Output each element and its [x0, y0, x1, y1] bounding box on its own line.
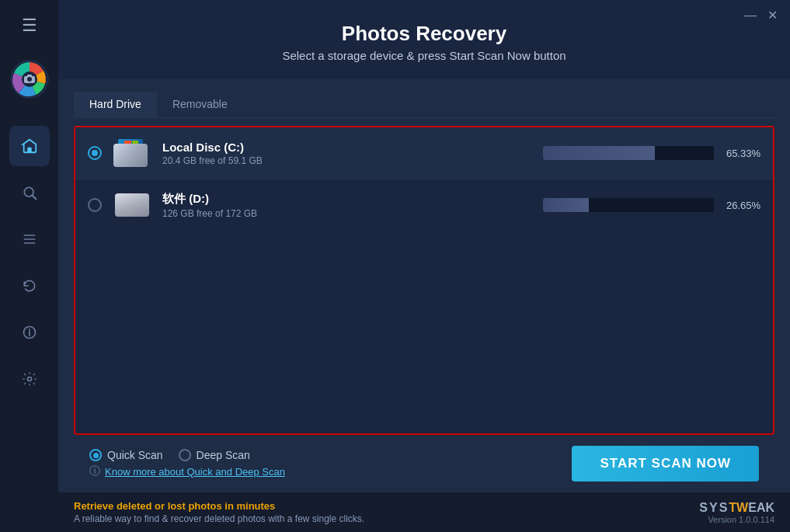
drive-progress-d [543, 198, 714, 212]
start-scan-button[interactable]: START SCAN NOW [572, 446, 759, 482]
drive-percent-d: 26.65% [722, 200, 760, 211]
minimize-button[interactable]: — [744, 9, 757, 22]
drive-percent-c: 65.33% [722, 148, 760, 159]
svg-rect-4 [27, 75, 32, 77]
sidebar-nav [9, 126, 50, 532]
drive-icon-d [113, 190, 151, 220]
drive-name-d: 软件 (D:) [162, 192, 543, 207]
window-controls: — ✕ [744, 9, 778, 22]
know-more-link[interactable]: Know more about Quick and Deep Scan [105, 466, 285, 478]
footer-left: Retrieve deleted or lost photos in minut… [74, 500, 364, 524]
drive-item-c[interactable]: Local Disc (C:) 20.4 GB free of 59.1 GB … [75, 127, 773, 179]
title-area: — ✕ Photos Recovery Select a storage dev… [58, 0, 790, 79]
drive-bar-c: 65.33% [543, 146, 760, 160]
svg-point-13 [29, 329, 30, 330]
drive-progress-c [543, 146, 714, 160]
content-area: Hard Drive Removable [58, 79, 790, 492]
footer: Retrieve deleted or lost photos in minut… [58, 492, 790, 532]
main-content: — ✕ Photos Recovery Select a storage dev… [58, 0, 790, 532]
scan-label-quick: Quick Scan [107, 449, 163, 461]
radio-c[interactable] [88, 146, 102, 160]
scan-radio-deep[interactable] [179, 449, 191, 461]
scan-option-deep[interactable]: Deep Scan [179, 449, 250, 461]
footer-tagline: Retrieve deleted or lost photos in minut… [74, 500, 364, 512]
drive-size-d: 126 GB free of 172 GB [162, 208, 543, 219]
svg-rect-5 [27, 148, 32, 152]
drive-list[interactable]: Local Disc (C:) 20.4 GB free of 59.1 GB … [74, 126, 774, 435]
footer-brand: SYSTWEAK Version 1.0.0.114 [699, 501, 774, 524]
sidebar-item-history[interactable] [9, 266, 50, 306]
radio-d[interactable] [88, 198, 102, 212]
know-more-row: ⓘ Know more about Quick and Deep Scan [89, 464, 285, 478]
drive-icon-c [113, 138, 151, 168]
sidebar-item-info[interactable] [9, 312, 50, 353]
brand-eak: EAK [748, 501, 774, 514]
scan-option-quick[interactable]: Quick Scan [89, 449, 163, 461]
footer-subtitle: A reliable way to find & recover deleted… [74, 513, 364, 524]
drive-item-d[interactable]: 软件 (D:) 126 GB free of 172 GB 26.65% [75, 179, 773, 231]
scan-options-row: Quick Scan Deep Scan [89, 449, 285, 461]
brand-version: Version 1.0.0.114 [699, 515, 774, 524]
app-title: Photos Recovery [74, 22, 774, 46]
tab-removable[interactable]: Removable [157, 92, 243, 118]
drive-tabs: Hard Drive Removable [74, 92, 774, 118]
drive-size-c: 20.4 GB free of 59.1 GB [162, 155, 543, 166]
sidebar-item-list[interactable] [9, 219, 50, 259]
drive-name-c: Local Disc (C:) [162, 141, 543, 154]
sidebar-item-home[interactable] [9, 126, 50, 166]
sidebar: ☰ [0, 0, 58, 532]
brand-tw: TW [729, 501, 748, 514]
drive-info-d: 软件 (D:) 126 GB free of 172 GB [162, 192, 543, 219]
tab-hard-drive[interactable]: Hard Drive [74, 92, 157, 118]
svg-rect-10 [23, 242, 35, 244]
bottom-area: Quick Scan Deep Scan ⓘ Know more about Q… [74, 435, 774, 492]
svg-line-7 [32, 196, 36, 200]
drive-bar-d: 26.65% [543, 198, 760, 212]
svg-rect-9 [23, 238, 35, 240]
info-icon: ⓘ [89, 464, 100, 478]
brand-name: SYSTWEAK [699, 501, 774, 515]
sidebar-item-settings[interactable] [9, 359, 50, 399]
scan-radio-quick[interactable] [89, 449, 102, 461]
brand-sys: SYS [699, 501, 729, 514]
drive-info-c: Local Disc (C:) 20.4 GB free of 59.1 GB [162, 141, 543, 166]
svg-rect-8 [23, 235, 35, 236]
scan-label-deep: Deep Scan [197, 449, 250, 461]
hamburger-menu[interactable]: ☰ [14, 8, 45, 43]
app-subtitle: Select a storage device & press Start Sc… [74, 49, 774, 62]
svg-point-3 [27, 77, 32, 82]
sidebar-item-search[interactable] [9, 172, 50, 213]
svg-point-14 [27, 377, 31, 381]
close-button[interactable]: ✕ [767, 9, 778, 22]
bottom-content: Quick Scan Deep Scan ⓘ Know more about Q… [89, 446, 759, 482]
bottom-left: Quick Scan Deep Scan ⓘ Know more about Q… [89, 449, 285, 478]
app-logo [9, 59, 50, 103]
